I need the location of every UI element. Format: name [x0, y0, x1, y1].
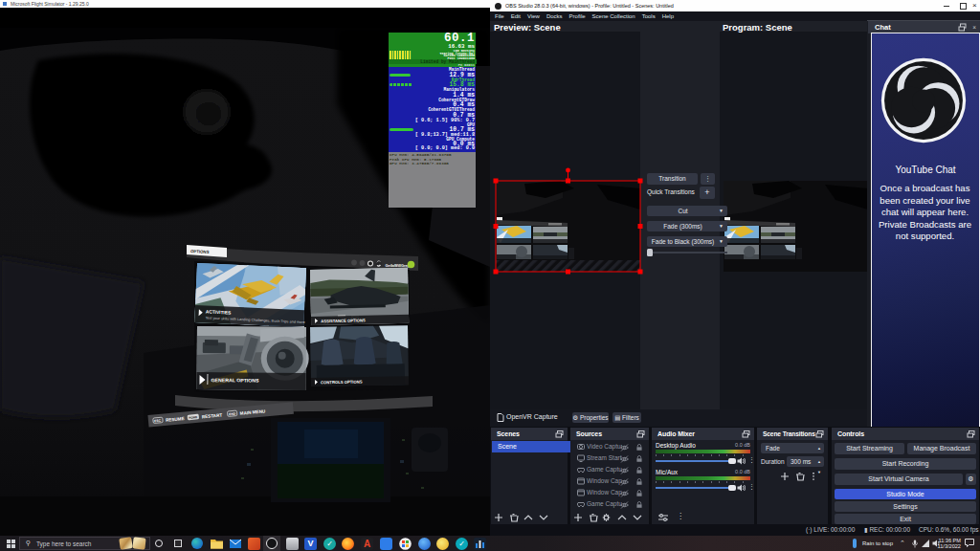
svg-text:ASSISTANCE OPTIONS: ASSISTANCE OPTIONS: [321, 318, 366, 323]
svg-text:GENERAL OPTIONS: GENERAL OPTIONS: [211, 377, 259, 383]
svg-text:END: END: [229, 411, 236, 416]
svg-text:OPTIONS: OPTIONS: [190, 249, 210, 254]
svg-text:CONTROLS OPTIONS: CONTROLS OPTIONS: [321, 380, 363, 386]
svg-text:ESC: ESC: [154, 419, 162, 424]
svg-text:GeilaWillGreg: GeilaWillGreg: [386, 263, 411, 268]
svg-text:HOME: HOME: [189, 415, 198, 420]
